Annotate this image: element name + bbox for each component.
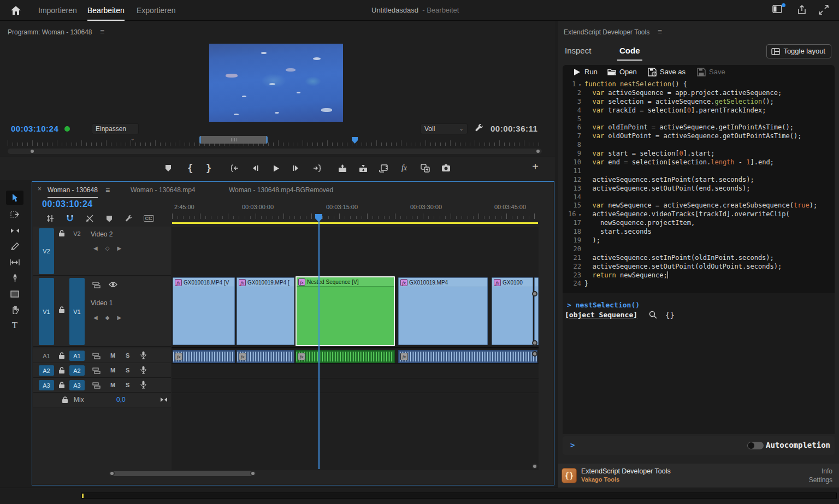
audio-clip-4[interactable]: fx — [398, 350, 537, 363]
nested-sequence-icon[interactable] — [44, 214, 56, 223]
lock-icon[interactable] — [62, 396, 68, 404]
keyframe-nav[interactable]: ◀◇▶ — [93, 245, 129, 251]
hscroll-knob-left[interactable] — [109, 471, 115, 476]
video-clip-2[interactable]: fxGX010019.MP4 [ — [237, 277, 294, 345]
mute-button[interactable]: M — [110, 367, 115, 373]
fullscreen-icon[interactable] — [818, 4, 830, 16]
console-input-row[interactable]: > Autocompletion — [563, 436, 835, 455]
search-icon[interactable] — [649, 311, 657, 319]
audio-clip-2[interactable]: fx — [237, 350, 294, 363]
source-patch-a1[interactable]: A1 — [39, 351, 54, 361]
nested-audio-clip[interactable]: fx — [296, 350, 395, 363]
step-back-button[interactable] — [247, 161, 263, 176]
panel-menu-icon[interactable]: ≡ — [105, 186, 110, 194]
monitor-scrollbar[interactable] — [8, 149, 542, 154]
mute-button[interactable]: M — [110, 352, 115, 359]
mark-out-button[interactable]: } — [201, 161, 216, 176]
timeline-tab-active[interactable]: Woman - 130648 — [48, 184, 98, 196]
console-output[interactable]: > nestSelection() [object Sequence] {} — [563, 293, 835, 434]
extract-button[interactable] — [356, 161, 371, 176]
mix-volume-value[interactable]: 0,0 — [116, 396, 126, 404]
tab-edit[interactable]: Bearbeiten — [87, 0, 125, 21]
slip-tool[interactable] — [6, 255, 23, 269]
keyframe-nav[interactable]: ◀◆▶ — [93, 315, 129, 321]
save-button[interactable]: Save — [697, 67, 725, 78]
close-tab-icon[interactable]: × — [38, 185, 42, 193]
captions-icon[interactable]: CC — [143, 214, 155, 223]
track-settings-icon[interactable] — [92, 367, 101, 374]
video-clip-5[interactable]: fxGX0100 — [492, 277, 533, 345]
audio-clip-1[interactable]: fx — [173, 350, 235, 363]
video-clip-4[interactable]: fxGX010019.MP4 — [398, 277, 488, 345]
target-patch-a2[interactable]: A2 — [69, 365, 85, 376]
track-output-eye-icon[interactable] — [109, 281, 117, 288]
timeline-playhead[interactable] — [315, 214, 323, 222]
lock-icon[interactable] — [58, 230, 65, 237]
go-to-in-button[interactable] — [227, 161, 243, 176]
tab-code[interactable]: Code — [619, 46, 640, 55]
braces-icon[interactable]: {} — [665, 311, 675, 319]
linked-selection-icon[interactable] — [84, 214, 96, 223]
mic-icon[interactable] — [140, 381, 146, 389]
track-name-v1[interactable]: Video 1 — [91, 299, 113, 307]
mic-icon[interactable] — [140, 351, 146, 359]
autocompletion-toggle[interactable] — [747, 442, 764, 449]
monitor-ruler[interactable] — [8, 138, 542, 146]
solo-button[interactable]: S — [126, 382, 129, 388]
fit-dropdown[interactable]: Einpassen⌄ — [92, 123, 139, 134]
mic-icon[interactable] — [140, 366, 146, 374]
source-patch-v1[interactable]: V1 — [39, 278, 54, 345]
target-patch-a3[interactable]: A3 — [69, 380, 85, 390]
target-patch-v2[interactable]: V2 — [69, 229, 85, 239]
monitor-zoom-bar[interactable] — [199, 136, 268, 144]
solo-button[interactable]: S — [126, 367, 129, 373]
track-name-v2[interactable]: Video 2 — [91, 230, 113, 238]
scroll-knob-right[interactable] — [535, 149, 541, 154]
target-patch-v1[interactable]: V1 — [69, 278, 85, 345]
mark-in-button[interactable]: { — [182, 161, 198, 176]
panel-menu-icon[interactable]: ≡ — [658, 27, 662, 36]
fx-button[interactable]: fx — [397, 161, 412, 176]
add-button-editor-icon[interactable]: + — [532, 161, 539, 173]
panel-menu-icon[interactable]: ≡ — [100, 27, 104, 36]
scroll-knob-left[interactable] — [29, 149, 35, 154]
camera-export-button[interactable] — [438, 161, 453, 176]
track-settings-icon[interactable] — [92, 382, 101, 389]
source-patch-a2[interactable]: A2 — [39, 365, 54, 376]
toggle-layout-button[interactable]: Toggle layout — [766, 44, 831, 58]
v-scroll-knob[interactable] — [532, 464, 537, 469]
video-clip-partial[interactable] — [534, 277, 539, 345]
lift-button[interactable] — [335, 161, 350, 176]
info-link[interactable]: Info — [822, 467, 832, 475]
timeline-ruler[interactable]: 2:45:00 00:03:00:00 00:03:15:00 00:03:30… — [172, 204, 539, 223]
mute-button[interactable]: M — [110, 382, 115, 388]
code-editor[interactable]: 1function nestSelection() {2 var activeS… — [563, 80, 835, 292]
rectangle-tool[interactable] — [6, 287, 23, 301]
save-as-button[interactable]: Save as — [648, 67, 686, 78]
lock-icon[interactable] — [58, 367, 65, 374]
snap-magnet-icon[interactable] — [64, 214, 76, 223]
tab-export[interactable]: Exportieren — [137, 0, 176, 21]
console-result-link[interactable]: [object Sequence] — [565, 311, 637, 319]
play-button[interactable] — [268, 161, 283, 176]
type-tool[interactable]: T — [6, 318, 23, 333]
proxy-toggle-button[interactable] — [417, 161, 433, 176]
step-forward-button[interactable] — [288, 161, 304, 176]
video-clip-1[interactable]: fxGX010018.MP4 [V — [173, 277, 235, 345]
razor-tool[interactable] — [6, 239, 23, 253]
playhead-timecode[interactable]: 00:03:10:24 — [11, 124, 58, 133]
target-patch-a1[interactable]: A1 — [69, 351, 85, 361]
source-patch-v2[interactable]: V2 — [39, 228, 54, 274]
timeline-timecode[interactable]: 00:03:10:24 — [42, 199, 93, 209]
nested-sequence-clip[interactable]: fxNested Sequence [V] — [296, 276, 395, 346]
timeline-tab-3[interactable]: Woman - 130648.mp4-BGRemoved — [229, 184, 333, 196]
export-frame-button[interactable] — [376, 161, 391, 176]
share-icon[interactable] — [796, 4, 808, 16]
timeline-track-area[interactable]: fxGX010018.MP4 [V fxGX010019.MP4 [ fxNes… — [172, 227, 539, 470]
add-marker-icon[interactable] — [103, 214, 115, 223]
track-settings-icon[interactable] — [92, 282, 101, 288]
tab-import[interactable]: Importieren — [38, 0, 77, 21]
tab-inspect[interactable]: Inspect — [565, 46, 591, 55]
timeline-tab-2[interactable]: Woman - 130648.mp4 — [131, 184, 196, 196]
source-patch-a3[interactable]: A3 — [39, 380, 54, 390]
